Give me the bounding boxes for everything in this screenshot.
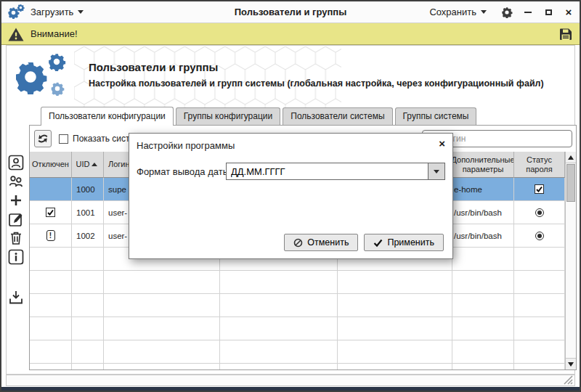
plus-icon xyxy=(7,192,25,209)
settings-gear-icon[interactable] xyxy=(501,7,513,18)
tab-system-groups[interactable]: Группы системы xyxy=(395,107,477,125)
add-button[interactable] xyxy=(7,192,25,209)
cell-extra: /usr/bin/bash xyxy=(452,201,514,224)
close-button[interactable]: × xyxy=(564,7,574,18)
minimize-icon xyxy=(524,12,532,13)
warning-triangle-icon xyxy=(7,26,25,42)
users-icon xyxy=(7,173,25,190)
cell-extra: e-home xyxy=(452,178,514,201)
page-subtitle: Настройка пользователей и групп системы … xyxy=(89,78,544,89)
user-icon xyxy=(7,154,25,171)
refresh-icon xyxy=(37,133,49,144)
warning-bar: Внимание! xyxy=(1,23,580,45)
minimize-button[interactable] xyxy=(523,7,533,18)
resize-grip[interactable] xyxy=(563,375,573,385)
maximize-icon xyxy=(545,9,552,15)
app-logo-gears-icon xyxy=(7,4,26,21)
app-window: Загрузить Пользователи и группы Сохранит… xyxy=(0,0,581,392)
cell-status xyxy=(514,201,565,224)
dialog-close-button[interactable]: × xyxy=(439,138,445,149)
checkbox-box[interactable] xyxy=(59,134,68,144)
cell-uid: 1001 xyxy=(72,201,104,224)
dialog-title: Настройки программы xyxy=(137,140,235,151)
tab-system-users[interactable]: Пользователи системы xyxy=(283,107,392,125)
page-title: Пользователи и группы xyxy=(89,61,218,73)
chevron-down-icon xyxy=(78,10,84,14)
export-button[interactable] xyxy=(7,289,25,306)
load-menu-label: Загрузить xyxy=(31,7,73,17)
checkbox-checked-icon xyxy=(535,184,544,194)
radio-selected-icon xyxy=(535,232,544,240)
users-groups-app-icon xyxy=(13,52,76,100)
chevron-down-icon xyxy=(481,10,487,14)
refresh-button[interactable] xyxy=(34,130,52,147)
hexagon-pattern xyxy=(74,46,341,107)
empty-row xyxy=(30,271,565,294)
save-menu-label: Сохранить xyxy=(429,7,476,17)
sort-asc-icon xyxy=(92,163,97,166)
info-icon xyxy=(7,248,25,266)
cancel-button[interactable]: Отменить xyxy=(284,234,358,251)
titlebar: Загрузить Пользователи и группы Сохранит… xyxy=(1,1,580,23)
group-button[interactable] xyxy=(7,173,25,190)
triangle-down-icon xyxy=(568,362,574,367)
warning-text: Внимание! xyxy=(31,28,78,39)
search-input[interactable] xyxy=(441,133,567,144)
date-format-select[interactable] xyxy=(226,163,445,180)
partial-lock-icon: ! xyxy=(46,230,55,241)
trash-icon xyxy=(7,229,25,247)
date-format-label: Формат вывода даты: xyxy=(137,166,232,177)
cell-status xyxy=(514,224,565,248)
tab-config-users[interactable]: Пользователи конфигурации xyxy=(41,107,174,126)
empty-row xyxy=(30,364,565,369)
user-button[interactable] xyxy=(7,154,25,171)
info-button[interactable] xyxy=(7,248,25,266)
scrollbar-thumb[interactable] xyxy=(566,164,575,202)
chevron-down-icon xyxy=(434,170,439,173)
tab-config-groups[interactable]: Группы конфигурации xyxy=(176,107,280,125)
cell-uid: 1002 xyxy=(72,224,104,248)
tab-bar: Пользователи конфигурации Группы конфигу… xyxy=(41,107,476,125)
dialog-buttons: Отменить Применить xyxy=(284,234,444,251)
cell-disabled: ! xyxy=(30,224,72,248)
cell-status xyxy=(514,178,565,201)
triangle-up-icon xyxy=(568,155,574,160)
maximize-button[interactable] xyxy=(543,7,553,18)
load-menu-button[interactable]: Загрузить xyxy=(26,4,88,20)
save-menu-button[interactable]: Сохранить xyxy=(425,4,491,20)
bottom-strip xyxy=(1,387,580,391)
empty-row xyxy=(30,294,565,317)
header-disabled[interactable]: Отключен xyxy=(30,152,72,178)
header-extra[interactable]: Дополнительные параметры xyxy=(452,152,514,178)
cell-uid: 1000 xyxy=(72,178,104,201)
status-bar xyxy=(6,375,575,386)
download-icon xyxy=(7,289,25,306)
apply-button[interactable]: Применить xyxy=(364,234,444,251)
empty-row xyxy=(30,340,565,364)
date-format-value[interactable] xyxy=(227,163,428,179)
cell-extra: /usr/bin/bash xyxy=(452,224,514,248)
header-uid[interactable]: UID xyxy=(72,152,104,178)
check-icon xyxy=(373,238,383,248)
scroll-down-button[interactable] xyxy=(566,358,576,369)
combo-dropdown-button[interactable] xyxy=(428,163,444,179)
edit-button[interactable] xyxy=(7,211,25,228)
save-file-icon[interactable] xyxy=(558,26,574,42)
checkbox-checked-icon xyxy=(46,208,55,217)
cell-disabled xyxy=(30,178,72,201)
cancel-icon xyxy=(293,238,303,248)
cell-disabled xyxy=(30,201,72,224)
delete-button[interactable] xyxy=(7,229,25,247)
radio-selected-icon xyxy=(535,208,544,217)
header-password-status[interactable]: Статус пароля xyxy=(514,152,565,178)
pencil-icon xyxy=(7,211,25,228)
empty-row xyxy=(30,317,565,340)
scroll-up-button[interactable] xyxy=(566,152,576,163)
settings-dialog: Настройки программы × Формат вывода даты… xyxy=(129,133,453,259)
vertical-scrollbar[interactable] xyxy=(565,152,576,369)
